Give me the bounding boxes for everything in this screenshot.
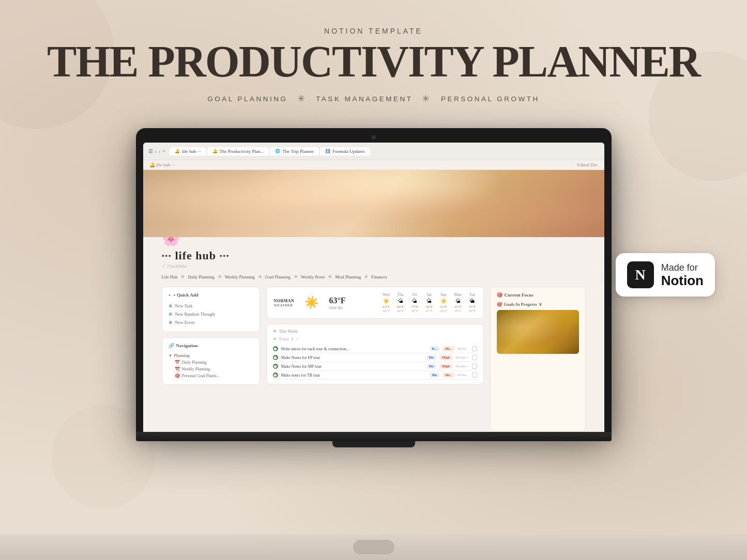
subtitle-personal-growth: PERSONAL GROWTH bbox=[441, 95, 540, 103]
checkmark-inner bbox=[274, 374, 277, 377]
subtitle-row: GOAL PLANNING ✳ TASK MANAGEMENT ✳ PERSON… bbox=[0, 93, 747, 104]
laptop-stand bbox=[332, 441, 415, 447]
nav-tab-meal[interactable]: Meal Planning bbox=[335, 274, 361, 279]
browser-tab-formula[interactable]: ℹ️ Formula Updates bbox=[320, 147, 370, 155]
day-thu-name: Thu bbox=[397, 292, 404, 297]
tasks-subheader: ▼ Today 9 + bbox=[273, 337, 477, 341]
goal-icon: 🎯 bbox=[175, 374, 180, 378]
task-time-3: 60 min + bbox=[455, 364, 468, 368]
new-random-thought-button[interactable]: ⊕ New Random Thought bbox=[169, 310, 253, 318]
day-mon-name: Mon bbox=[454, 292, 462, 297]
goals-in-progress-section: 🎯 Goals In Progress ∨ bbox=[497, 302, 579, 354]
notion-sidebar: + + Quick Add ⊕ New Task ⊕ New Random Th… bbox=[162, 287, 260, 431]
hero-cloud-overlay bbox=[143, 170, 604, 237]
goals-arrow-icon: 🎯 bbox=[497, 302, 502, 307]
nav-tab-weekly[interactable]: Weekly Planning bbox=[225, 274, 255, 279]
daily-planning-label: Daily Planning bbox=[182, 360, 207, 365]
day-fri-icon: 🌤 bbox=[411, 298, 419, 304]
day-wed-name: Wed bbox=[383, 292, 390, 297]
focus-target-icon: 🎯 bbox=[497, 292, 502, 298]
new-event-label: New Event bbox=[175, 320, 195, 325]
browser-menu-icon[interactable]: ☰ bbox=[148, 148, 153, 154]
task-complete-icon[interactable] bbox=[273, 355, 278, 360]
nav-tab-daily[interactable]: Daily Planning bbox=[188, 274, 214, 279]
notion-badge-text-block: Made for Notion bbox=[661, 262, 704, 287]
task-complete-icon[interactable] bbox=[273, 346, 278, 351]
navigation-icon: 🔗 bbox=[169, 343, 174, 348]
nav-star-1: ✳ bbox=[180, 274, 185, 279]
laptop-screen-frame: ☰ ‹ › + 🔔 life hub ··· 🔔 The Productivit… bbox=[136, 128, 612, 432]
nav-tab-reset[interactable]: Weekly Reset bbox=[301, 274, 325, 279]
table-row: Make Notes for FP tour Biz High 60 min + bbox=[273, 353, 477, 362]
day-sat-name: Sat bbox=[425, 292, 433, 297]
browser-back-icon[interactable]: ‹ bbox=[155, 148, 157, 154]
browser-tabs: 🔔 life hub ··· 🔔 The Productivity Plan..… bbox=[170, 147, 599, 155]
new-task-icon: ⊕ bbox=[169, 303, 173, 308]
table-row: Make Notes for MP tour Biz High 60 min + bbox=[273, 362, 477, 371]
page-backlinks[interactable]: ✓ 2 backlinks bbox=[162, 263, 586, 269]
nav-star-4: ✳ bbox=[294, 274, 298, 279]
task-checkbox-4[interactable] bbox=[472, 372, 477, 378]
weather-day-wed: Wed ☀️ 63°F 39°F bbox=[383, 292, 390, 313]
tab-label-productivity: The Productivity Plan... bbox=[220, 149, 264, 154]
tab-icon-4: ℹ️ bbox=[325, 149, 330, 153]
notion-hero-image bbox=[143, 170, 604, 237]
new-event-button[interactable]: ⊕ New Event bbox=[169, 318, 253, 326]
nav-star-6: ✳ bbox=[364, 274, 368, 279]
main-title: THE PRODUCTIVITY PLANNER bbox=[0, 39, 747, 84]
current-focus-widget: 🎯 Current Focus 🎯 Goals In Progress ∨ bbox=[490, 287, 586, 431]
add-task-icon[interactable]: + bbox=[295, 337, 298, 341]
tab-label-trip: The Trip Planner bbox=[282, 149, 314, 154]
task-text-1: Write intros for each tour & connection.… bbox=[281, 347, 426, 351]
weather-day-mon: Mon 🌤 55°F 39°F bbox=[454, 292, 462, 313]
task-complete-icon[interactable] bbox=[273, 364, 278, 369]
task-category-3: Biz bbox=[426, 364, 437, 369]
weather-widget: NORMAN WEATHER ☀️ 63°F clear sky bbox=[266, 287, 484, 319]
browser-tab-productivity[interactable]: 🔔 The Productivity Plan... bbox=[207, 147, 269, 155]
task-time-1: 60 mi... bbox=[458, 347, 468, 351]
day-mon-high: 55°F bbox=[454, 305, 462, 309]
tab-icon-1: 🔔 bbox=[175, 149, 180, 153]
notion-main-content: + + Quick Add ⊕ New Task ⊕ New Random Th… bbox=[162, 287, 586, 431]
expand-icon[interactable]: ▼ bbox=[273, 337, 277, 341]
table-row: Write intros for each tour & connection.… bbox=[273, 345, 477, 353]
task-complete-icon[interactable] bbox=[273, 372, 278, 378]
weather-temp-block: 63°F clear sky bbox=[329, 296, 345, 310]
page-title: ··· life hub ··· bbox=[162, 249, 586, 262]
new-task-button[interactable]: ⊕ New Task bbox=[169, 302, 253, 310]
laptop-screen: ☰ ‹ › + 🔔 life hub ··· 🔔 The Productivit… bbox=[143, 143, 604, 432]
goals-chevron-icon[interactable]: ∨ bbox=[539, 302, 542, 307]
calendar-week-icon: 📆 bbox=[175, 367, 180, 371]
browser-new-tab-icon[interactable]: + bbox=[162, 148, 165, 154]
today-label: Today bbox=[279, 337, 289, 341]
browser-tab-current[interactable]: 🔔 life hub ··· bbox=[170, 147, 206, 155]
nav-tab-lifehub[interactable]: Life Hub bbox=[162, 274, 178, 279]
nav-weekly-planning[interactable]: 📆 Weekly Planning bbox=[169, 366, 253, 372]
task-checkbox-3[interactable] bbox=[472, 364, 477, 369]
new-event-icon: ⊕ bbox=[169, 320, 173, 325]
day-wed-icon: ☀️ bbox=[383, 298, 390, 304]
subtitle-star-2: ✳ bbox=[422, 93, 432, 104]
weekly-planning-label: Weekly Planning bbox=[182, 367, 210, 371]
nav-personal-goal[interactable]: 🎯 Personal Goal Planni... bbox=[169, 372, 253, 379]
weather-city: NORMAN bbox=[274, 299, 295, 303]
nav-star-3: ✳ bbox=[258, 274, 262, 279]
day-fri-name: Fri bbox=[411, 292, 419, 297]
day-sun-high: 52°F bbox=[440, 305, 447, 309]
day-sun-icon: ☀️ bbox=[440, 298, 447, 304]
day-fri-low: 50°F bbox=[411, 309, 419, 313]
breadcrumb-text[interactable]: 🔔 life hub ··· bbox=[149, 162, 175, 167]
nav-tab-goal[interactable]: Goal Planning bbox=[265, 274, 291, 279]
new-thought-label: New Random Thought bbox=[175, 312, 216, 317]
tasks-section: ✳ This Week ▼ Today 9 + bbox=[266, 324, 484, 384]
day-mon-icon: 🌤 bbox=[454, 298, 462, 304]
browser-forward-icon[interactable]: › bbox=[159, 148, 160, 154]
nav-daily-planning[interactable]: 📅 Daily Planning bbox=[169, 359, 253, 366]
task-checkbox-1[interactable] bbox=[472, 346, 477, 351]
tasks-header-label: This Week bbox=[279, 329, 298, 334]
navigation-section: 🔗 Navigation ▼ Planning 📅 Daily Planning bbox=[162, 337, 260, 385]
nav-tab-finances[interactable]: Finances bbox=[371, 274, 387, 279]
browser-tab-trip[interactable]: 🌐 The Trip Planner bbox=[270, 147, 319, 155]
task-checkbox-2[interactable] bbox=[472, 355, 477, 360]
browser-controls: ☰ ‹ › + bbox=[148, 148, 165, 154]
